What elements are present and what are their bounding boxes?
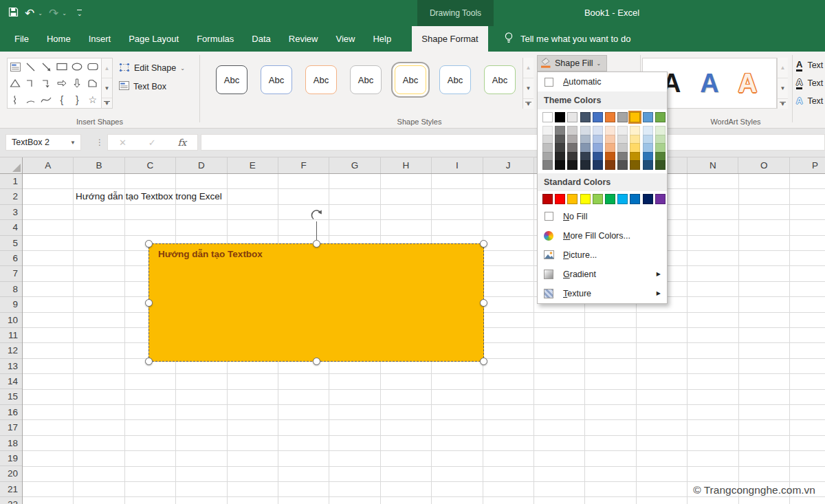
selection-handle[interactable] (313, 240, 320, 248)
theme-tint-swatch[interactable] (593, 126, 603, 135)
insert-function-icon[interactable]: fx (177, 137, 186, 148)
row-header-4[interactable]: 4 (0, 220, 22, 235)
theme-color-swatch[interactable] (643, 112, 653, 122)
row-header-8[interactable]: 8 (0, 282, 22, 297)
standard-color-swatch[interactable] (555, 194, 565, 204)
row-header-10[interactable]: 10 (0, 313, 22, 328)
text-box-icon[interactable] (8, 58, 23, 75)
tell-me-box[interactable]: Tell me what you want to do (504, 26, 630, 52)
theme-tint-swatch[interactable] (605, 135, 615, 144)
theme-tint-swatch[interactable] (567, 160, 578, 170)
tab-insert[interactable]: Insert (80, 26, 120, 52)
standard-color-swatch[interactable] (630, 194, 640, 204)
tab-formulas[interactable]: Formulas (188, 26, 243, 52)
customize-quick-access-icon[interactable]: ⌄ (77, 10, 82, 17)
theme-color-swatch[interactable] (655, 112, 666, 122)
row-header-22[interactable]: 22 (0, 497, 22, 504)
gallery-more-icon[interactable]: ▼ (104, 101, 110, 106)
text-outline-button[interactable]: AText (796, 74, 823, 92)
theme-tint-swatch[interactable] (655, 160, 666, 170)
standard-color-swatch[interactable] (593, 194, 603, 204)
theme-tint-swatch[interactable] (593, 152, 603, 162)
undo-icon[interactable]: ↶ (25, 8, 34, 19)
row-header-19[interactable]: 19 (0, 451, 22, 466)
arrow-right-icon[interactable] (54, 75, 69, 91)
formula-input[interactable] (201, 134, 825, 151)
theme-tint-swatch[interactable] (643, 152, 653, 162)
tab-view[interactable]: View (327, 26, 364, 52)
undo-menu-chevron-icon[interactable]: ⌄ (38, 10, 43, 17)
selection-handle[interactable] (313, 358, 320, 365)
shape-fill-button[interactable]: Shape Fill ⌄ (537, 55, 607, 72)
column-header-N[interactable]: N (688, 157, 738, 173)
menu-item-texture[interactable]: Texture▶ (538, 284, 667, 303)
row-header-18[interactable]: 18 (0, 436, 22, 451)
theme-tint-swatch[interactable] (580, 135, 591, 144)
scroll-down-icon[interactable]: ▼ (778, 78, 788, 99)
edit-shape-button[interactable]: Edit Shape ⌄ (119, 61, 185, 76)
theme-color-swatch[interactable] (580, 112, 591, 122)
menu-item-automatic[interactable]: Automatic (538, 72, 667, 91)
scribble-icon[interactable] (8, 91, 23, 108)
column-header-J[interactable]: J (483, 157, 534, 173)
row-header-6[interactable]: 6 (0, 251, 22, 266)
selection-handle[interactable] (145, 299, 153, 307)
standard-color-swatch[interactable] (643, 194, 653, 204)
scroll-up-icon[interactable]: ▲ (523, 58, 534, 78)
row-header-14[interactable]: 14 (0, 374, 22, 389)
theme-tint-swatch[interactable] (617, 135, 628, 144)
theme-tint-swatch[interactable] (655, 135, 666, 144)
theme-tint-swatch[interactable] (567, 135, 578, 144)
theme-tint-swatch[interactable] (630, 152, 640, 162)
theme-tint-swatch[interactable] (655, 143, 666, 153)
theme-tint-swatch[interactable] (617, 152, 628, 162)
theme-tint-swatch[interactable] (555, 126, 565, 135)
wordart-scrollbar[interactable]: ▲▼▼ (777, 58, 788, 109)
theme-tint-swatch[interactable] (542, 160, 553, 170)
column-header-I[interactable]: I (432, 157, 483, 173)
elbow-connector-icon[interactable] (23, 75, 38, 91)
standard-color-swatch[interactable] (617, 194, 628, 204)
name-box[interactable]: TextBox 2 ▼ (6, 134, 81, 151)
wordart-style-outline-orange[interactable]: A (738, 70, 757, 96)
theme-tint-swatch[interactable] (555, 152, 565, 162)
theme-tint-swatch[interactable] (580, 160, 591, 170)
arc-icon[interactable] (23, 91, 38, 108)
theme-tint-swatch[interactable] (593, 135, 603, 144)
menu-item-more-fill-colors[interactable]: More Fill Colors... (538, 226, 667, 245)
standard-color-swatch[interactable] (567, 194, 578, 204)
row-header-1[interactable]: 1 (0, 174, 22, 189)
theme-tint-swatch[interactable] (617, 143, 628, 153)
rounded-rectangle-icon[interactable] (85, 58, 100, 75)
menu-item-picture[interactable]: Picture... (538, 245, 667, 265)
row-header-11[interactable]: 11 (0, 328, 22, 343)
theme-tint-swatch[interactable] (580, 126, 591, 135)
selection-handle[interactable] (480, 240, 487, 248)
tab-file[interactable]: File (6, 26, 38, 52)
scroll-down-icon[interactable]: ▼ (523, 78, 534, 99)
chevron-down-icon[interactable]: ▼ (70, 140, 76, 146)
theme-tint-swatch[interactable] (605, 126, 615, 135)
wordart-style-fill-blue[interactable]: A (700, 70, 718, 96)
line-arrow-icon[interactable] (38, 58, 54, 75)
theme-tint-swatch[interactable] (555, 135, 565, 144)
theme-tint-swatch[interactable] (567, 152, 578, 162)
theme-tint-swatch[interactable] (542, 126, 553, 135)
theme-tint-swatch[interactable] (630, 160, 640, 170)
theme-tint-swatch[interactable] (617, 126, 628, 135)
theme-tint-swatch[interactable] (567, 126, 578, 135)
formula-bar-options-icon[interactable]: ⋮ (96, 134, 104, 151)
row-header-16[interactable]: 16 (0, 405, 22, 420)
theme-tint-swatch[interactable] (630, 143, 640, 153)
row-header-9[interactable]: 9 (0, 297, 22, 312)
shape-style-4[interactable]: Abc (350, 65, 382, 94)
theme-color-swatch[interactable] (605, 112, 615, 122)
column-header-B[interactable]: B (74, 157, 124, 173)
theme-tint-swatch[interactable] (617, 160, 628, 170)
menu-item-gradient[interactable]: Gradient▶ (538, 265, 667, 284)
column-header-F[interactable]: F (278, 157, 329, 173)
shape-style-7[interactable]: Abc (484, 65, 516, 94)
theme-tint-swatch[interactable] (643, 126, 653, 135)
column-header-O[interactable]: O (738, 157, 789, 173)
tab-data[interactable]: Data (243, 26, 279, 52)
